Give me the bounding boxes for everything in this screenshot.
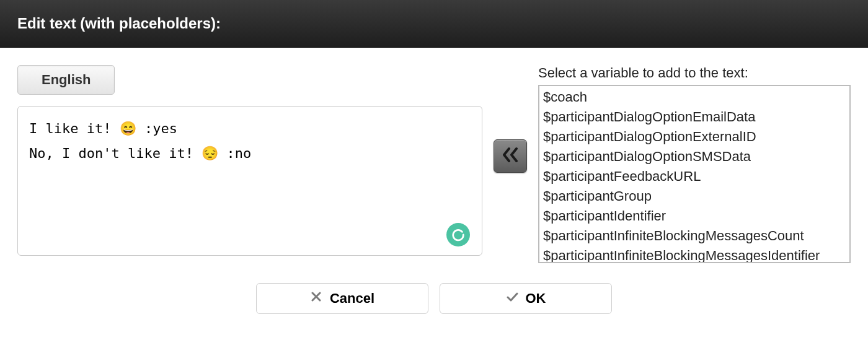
placeholder-text-editor[interactable] <box>17 106 482 256</box>
variable-item[interactable]: $participantInfiniteBlockingMessagesIden… <box>543 246 846 263</box>
ok-label: OK <box>526 290 546 307</box>
variable-item[interactable]: $participantDialogOptionExternalID <box>543 127 846 147</box>
variable-item[interactable]: $participantInfiniteBlockingMessagesCoun… <box>543 226 846 246</box>
language-tabs: English <box>17 65 482 95</box>
editor-wrap <box>17 106 482 259</box>
variable-item[interactable]: $participantGroup <box>543 186 846 206</box>
chevron-double-left-icon <box>500 146 520 167</box>
variable-list[interactable]: $coach$participantDialogOptionEmailData$… <box>538 85 851 263</box>
edit-text-dialog: Edit text (with placeholders): English <box>0 0 868 331</box>
dialog-body: English S <box>0 48 868 271</box>
dialog-title: Edit text (with placeholders): <box>17 15 221 32</box>
cancel-button[interactable]: Cancel <box>256 283 428 314</box>
cancel-label: Cancel <box>330 290 374 307</box>
insert-column <box>494 65 527 173</box>
variable-item[interactable]: $participantFeedbackURL <box>543 167 846 186</box>
dialog-header: Edit text (with placeholders): <box>0 0 868 48</box>
insert-variable-button[interactable] <box>494 139 527 173</box>
variable-column: Select a variable to add to the text: $c… <box>538 65 851 263</box>
check-icon <box>506 290 518 307</box>
tab-english[interactable]: English <box>17 65 115 95</box>
close-icon <box>310 290 322 307</box>
editor-column: English <box>17 65 482 259</box>
variable-list-label: Select a variable to add to the text: <box>538 65 851 81</box>
variable-item[interactable]: $coach <box>543 87 846 107</box>
grammarly-icon[interactable] <box>446 223 470 246</box>
dialog-footer: Cancel OK <box>0 271 868 331</box>
variable-item[interactable]: $participantIdentifier <box>543 206 846 226</box>
ok-button[interactable]: OK <box>440 283 612 314</box>
variable-item[interactable]: $participantDialogOptionEmailData <box>543 107 846 127</box>
variable-item[interactable]: $participantDialogOptionSMSData <box>543 147 846 167</box>
